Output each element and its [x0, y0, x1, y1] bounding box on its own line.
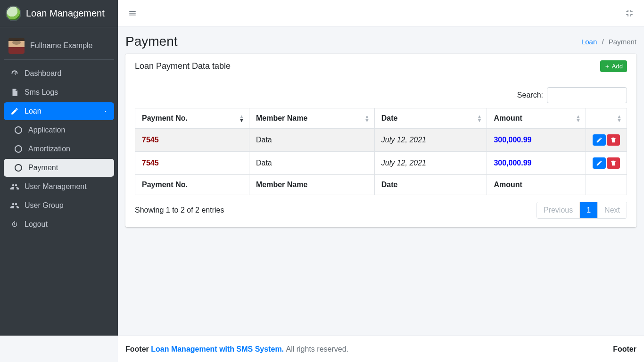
footer: Footer Loan Management with SMS System. … — [118, 336, 644, 362]
sidebar-toggle-button[interactable] — [125, 6, 140, 20]
pagination: Previous 1 Next — [537, 202, 627, 219]
sidebar-item-label: Payment — [28, 164, 58, 172]
datatable-info: Showing 1 to 2 of 2 entries — [135, 206, 224, 214]
col-actions[interactable]: ▲▼ — [586, 108, 627, 129]
sort-icon: ▲▼ — [477, 115, 482, 122]
footer-link[interactable]: Loan Management with SMS System. — [151, 345, 284, 353]
edit-button[interactable] — [593, 134, 606, 146]
search: Search: — [517, 87, 627, 103]
footer-left-prefix: Footer — [125, 345, 151, 353]
payment-card: Loan Payment Data table Add Search: — [125, 54, 636, 227]
sidebar-item-label: Logout — [25, 220, 48, 229]
sidebar-item-sms-logs[interactable]: Sms Logs — [4, 83, 114, 101]
compress-icon — [625, 9, 634, 17]
edit-icon — [596, 160, 603, 166]
sidebar-item-user-management[interactable]: User Management — [4, 178, 114, 196]
users-icon — [9, 182, 20, 191]
circle-icon — [13, 126, 24, 134]
card-body: Search: Payment No.▲▼ Member Name▲▼ Date… — [125, 79, 636, 227]
hamburger-icon — [128, 9, 137, 17]
cell-amount: 300,000.99 — [487, 152, 586, 175]
sidebar-item-dashboard[interactable]: Dashboard — [4, 65, 114, 82]
chevron-down-icon — [103, 108, 108, 114]
cell-amount: 300,000.99 — [487, 129, 586, 152]
sidebar-item-loan[interactable]: Loan Application Amortization Payment — [4, 102, 114, 177]
sidebar-item-label: Application — [28, 126, 65, 134]
file-icon — [9, 88, 20, 97]
sidebar-item-label: User Management — [25, 182, 87, 191]
page-header: Payment Loan / Payment — [125, 34, 636, 54]
add-button-label: Add — [612, 63, 623, 70]
footer-right: Footer — [613, 345, 636, 354]
breadcrumb-current: Payment — [609, 38, 636, 46]
sidebar-item-payment[interactable]: Payment — [4, 159, 114, 177]
user-panel[interactable]: Fullname Example — [4, 32, 114, 60]
footer-actions — [586, 175, 627, 195]
page-previous[interactable]: Previous — [537, 202, 579, 218]
sidebar-submenu-loan: Application Amortization Payment — [4, 121, 114, 177]
table-row: 7545DataJuly 12, 2021300,000.99 — [135, 129, 627, 152]
footer-amount: Amount — [487, 175, 586, 195]
footer-left-suffix: All rights reserved. — [286, 345, 349, 353]
sidebar-item-label: Amortization — [28, 145, 70, 153]
footer-member-name: Member Name — [249, 175, 374, 195]
users-icon — [9, 201, 20, 210]
plus-icon — [604, 64, 610, 69]
sidebar-item-amortization[interactable]: Amortization — [4, 140, 114, 158]
sort-icon: ▲▼ — [239, 115, 244, 122]
footer-date: Date — [374, 175, 487, 195]
cell-member-name: Data — [249, 152, 374, 175]
sidebar-item-user-group[interactable]: User Group — [4, 197, 114, 214]
page-1[interactable]: 1 — [579, 202, 597, 218]
fullscreen-toggle-button[interactable] — [622, 6, 636, 20]
trash-icon — [610, 137, 617, 143]
sidebar-item-logout[interactable]: Logout — [4, 215, 114, 233]
cell-date: July 12, 2021 — [374, 129, 487, 152]
sidebar-item-label: User Group — [25, 201, 64, 210]
main: Payment Loan / Payment Loan Payment Data… — [118, 0, 644, 336]
dashboard-icon — [9, 69, 20, 78]
sort-icon: ▲▼ — [576, 115, 581, 122]
edit-icon — [9, 107, 20, 115]
datatable-toolbar: Search: — [135, 87, 627, 103]
circle-icon — [13, 164, 24, 172]
search-label: Search: — [517, 91, 543, 99]
footer-payment-no: Payment No. — [135, 175, 249, 195]
col-date[interactable]: Date▲▼ — [374, 108, 487, 129]
delete-button[interactable] — [607, 157, 620, 169]
power-icon — [9, 220, 20, 229]
page-next[interactable]: Next — [597, 202, 627, 218]
col-member-name[interactable]: Member Name▲▼ — [249, 108, 374, 129]
search-input[interactable] — [547, 87, 627, 103]
cell-payment-no: 7545 — [135, 152, 249, 175]
sidebar-item-application[interactable]: Application — [4, 121, 114, 139]
circle-icon — [13, 145, 24, 153]
topbar — [118, 0, 644, 26]
footer-left: Footer Loan Management with SMS System. … — [125, 345, 348, 354]
sort-icon: ▲▼ — [617, 115, 622, 122]
footer-right-text: Footer — [613, 345, 636, 353]
content: Payment Loan / Payment Loan Payment Data… — [118, 26, 644, 336]
breadcrumb-parent[interactable]: Loan — [581, 38, 597, 46]
table-row: 7545DataJuly 12, 2021300,000.99 — [135, 152, 627, 175]
sidebar-item-label: Sms Logs — [25, 88, 58, 97]
brand-title: Loan Management — [26, 8, 105, 19]
card-title: Loan Payment Data table — [135, 61, 231, 71]
page-title: Payment — [125, 34, 178, 49]
trash-icon — [610, 160, 617, 166]
sidebar-item-label: Loan — [25, 107, 41, 115]
col-payment-no[interactable]: Payment No.▲▼ — [135, 108, 249, 129]
avatar — [8, 38, 25, 54]
col-amount[interactable]: Amount▲▼ — [487, 108, 586, 129]
add-button[interactable]: Add — [600, 60, 627, 72]
delete-button[interactable] — [607, 134, 620, 146]
brand[interactable]: Loan Management — [0, 0, 118, 27]
edit-button[interactable] — [593, 157, 606, 169]
edit-icon — [596, 137, 603, 143]
card-header: Loan Payment Data table Add — [125, 54, 636, 79]
cell-actions — [586, 152, 627, 175]
payment-table: Payment No.▲▼ Member Name▲▼ Date▲▼ Amoun… — [135, 108, 627, 195]
user-fullname: Fullname Example — [30, 41, 93, 50]
sidebar: Loan Management Fullname Example Dashboa… — [0, 0, 118, 336]
sidebar-nav: Dashboard Sms Logs Loan — [0, 60, 118, 238]
